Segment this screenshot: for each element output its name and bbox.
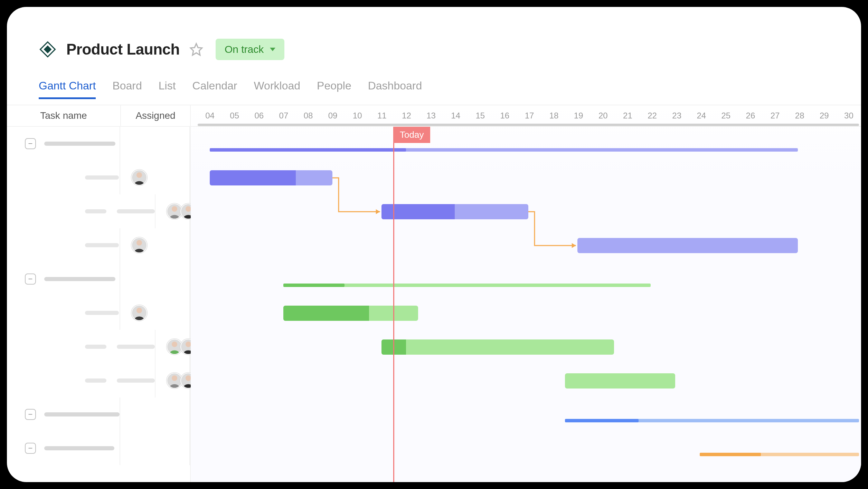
date-cell: 24 — [689, 105, 714, 126]
avatar — [131, 170, 147, 185]
gantt-row — [191, 194, 861, 228]
status-label: On track — [225, 44, 264, 55]
date-cell: 15 — [468, 105, 492, 126]
collapse-toggle[interactable]: − — [25, 138, 36, 149]
task-name-placeholder — [44, 412, 120, 416]
task-name-placeholder — [44, 142, 115, 146]
task-name-placeholder — [117, 209, 155, 213]
tab-people[interactable]: People — [317, 79, 351, 98]
task-row — [7, 161, 190, 194]
tab-gantt-chart[interactable]: Gantt Chart — [39, 79, 96, 98]
date-cell: 14 — [443, 105, 468, 126]
date-cell: 13 — [419, 105, 443, 126]
collapse-toggle[interactable]: − — [25, 409, 36, 420]
main-content: Task name Assigned − − — [7, 105, 861, 482]
avatar — [131, 237, 147, 253]
project-title: Product Launch — [66, 41, 180, 58]
date-cell: 10 — [345, 105, 370, 126]
task-name-placeholder — [117, 345, 155, 349]
task-bar[interactable] — [565, 373, 675, 389]
date-cell: 28 — [787, 105, 812, 126]
task-bar[interactable] — [210, 170, 332, 185]
task-row — [7, 330, 190, 364]
date-cell: 05 — [222, 105, 247, 126]
date-header: 0405060708091011121314151617181920212223… — [191, 105, 861, 127]
svg-point-7 — [136, 308, 142, 313]
task-list-panel: Task name Assigned − − — [7, 105, 191, 482]
task-name-placeholder — [85, 311, 119, 315]
date-cell: 18 — [542, 105, 566, 126]
today-badge: Today — [394, 127, 430, 143]
task-row-group: − — [7, 397, 190, 431]
task-row — [7, 364, 190, 397]
status-dropdown[interactable]: On track — [216, 39, 284, 60]
date-cell: 30 — [837, 105, 861, 126]
date-cell: 20 — [591, 105, 615, 126]
svg-point-11 — [186, 375, 191, 381]
today-line — [393, 127, 394, 482]
summary-bar-progress — [565, 419, 639, 422]
gantt-row — [191, 330, 861, 364]
tab-calendar[interactable]: Calendar — [192, 79, 237, 98]
svg-point-9 — [186, 342, 191, 347]
date-cell: 19 — [566, 105, 591, 126]
view-tabs: Gantt ChartBoardListCalendarWorkloadPeop… — [7, 65, 861, 105]
tab-dashboard[interactable]: Dashboard — [368, 79, 422, 98]
app-window: Product Launch On track Gantt ChartBoard… — [7, 7, 861, 482]
svg-point-6 — [136, 240, 142, 246]
gantt-rows — [191, 127, 861, 482]
gantt-row — [191, 397, 861, 431]
date-cell: 27 — [763, 105, 787, 126]
gantt-row — [191, 228, 861, 262]
gantt-row — [191, 431, 861, 465]
task-bar[interactable] — [381, 339, 614, 355]
task-name-placeholder — [85, 209, 106, 213]
task-bar-progress — [283, 306, 369, 321]
task-bar[interactable] — [381, 204, 528, 219]
task-rows: − − − — [7, 127, 190, 482]
date-cell: 12 — [394, 105, 419, 126]
gantt-panel: 0405060708091011121314151617181920212223… — [191, 105, 861, 482]
date-cell: 16 — [492, 105, 517, 126]
tab-workload[interactable]: Workload — [254, 79, 300, 98]
task-bar-progress — [381, 204, 455, 219]
gantt-row — [191, 161, 861, 194]
gantt-row — [191, 296, 861, 330]
gantt-row — [191, 364, 861, 397]
task-row-group: − — [7, 262, 190, 296]
date-cell: 25 — [714, 105, 738, 126]
task-bar[interactable] — [577, 238, 798, 253]
collapse-toggle[interactable]: − — [25, 443, 36, 454]
summary-bar-progress — [700, 453, 761, 456]
date-cell: 06 — [247, 105, 271, 126]
svg-point-10 — [172, 375, 177, 381]
svg-rect-1 — [45, 46, 51, 52]
tab-list[interactable]: List — [159, 79, 176, 98]
tab-board[interactable]: Board — [112, 79, 142, 98]
task-name-placeholder — [117, 378, 155, 383]
date-cell: 23 — [664, 105, 689, 126]
task-row-group: − — [7, 431, 190, 465]
svg-marker-2 — [190, 44, 202, 55]
task-name-placeholder — [85, 378, 106, 383]
task-name-placeholder — [44, 277, 115, 281]
task-row — [7, 296, 190, 330]
task-row-group: − — [7, 127, 190, 161]
task-bar[interactable] — [283, 306, 418, 321]
star-icon[interactable] — [189, 42, 203, 56]
svg-point-8 — [172, 342, 177, 347]
date-scrollbar[interactable] — [198, 124, 859, 126]
date-cell: 07 — [271, 105, 296, 126]
date-cell: 22 — [640, 105, 664, 126]
gantt-row — [191, 262, 861, 296]
summary-bar-progress — [210, 148, 406, 152]
date-cell: 26 — [738, 105, 763, 126]
task-name-placeholder — [85, 175, 119, 180]
svg-point-3 — [136, 172, 142, 178]
collapse-toggle[interactable]: − — [25, 274, 36, 285]
column-header-assigned: Assigned — [121, 105, 190, 126]
summary-bar-progress — [283, 284, 345, 287]
date-cell: 21 — [615, 105, 640, 126]
task-name-placeholder — [85, 345, 106, 349]
date-cell: 11 — [370, 105, 394, 126]
